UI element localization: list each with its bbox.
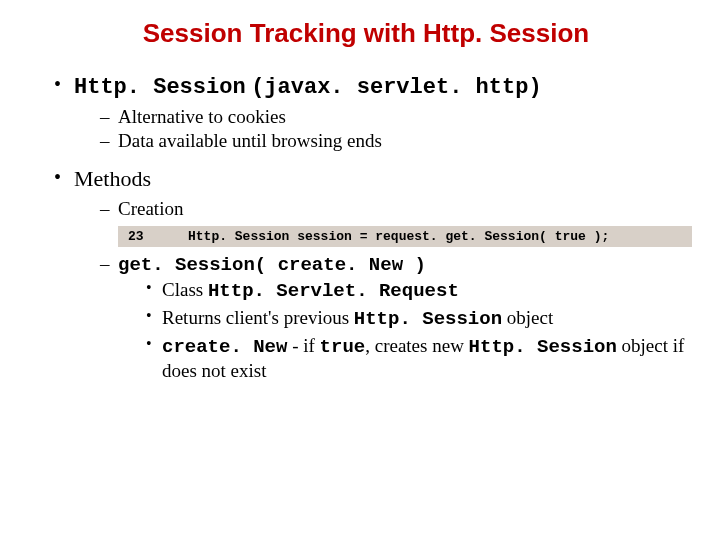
- sub-alternative: Alternative to cookies: [100, 106, 692, 128]
- item-class: Class Http. Servlet. Request: [146, 278, 692, 304]
- item-returns: Returns client's previous Http. Session …: [146, 306, 692, 332]
- sub-data-available: Data available until browsing ends: [100, 130, 692, 152]
- sub-getsession: get. Session( create. New ) Class Http. …: [100, 253, 692, 383]
- code-block: 23Http. Session session = request. get. …: [118, 226, 692, 247]
- methods-label: Methods: [74, 166, 151, 191]
- bullet-methods: Methods Creation 23Http. Session session…: [54, 166, 692, 383]
- sub-creation: Creation: [100, 198, 692, 220]
- bullet-list: Http. Session (javax. servlet. http) Alt…: [40, 73, 692, 383]
- code-line-number: 23: [128, 229, 188, 244]
- item-createnew: create. New - if true, creates new Http.…: [146, 334, 692, 384]
- bullet-httpsession: Http. Session (javax. servlet. http) Alt…: [54, 73, 692, 152]
- httpsession-class: Http. Session: [74, 75, 246, 100]
- httpsession-package: (javax. servlet. http): [251, 75, 541, 100]
- slide-title: Session Tracking with Http. Session: [40, 18, 692, 49]
- getsession-signature: get. Session( create. New ): [118, 254, 426, 276]
- code-text: Http. Session session = request. get. Se…: [188, 229, 609, 244]
